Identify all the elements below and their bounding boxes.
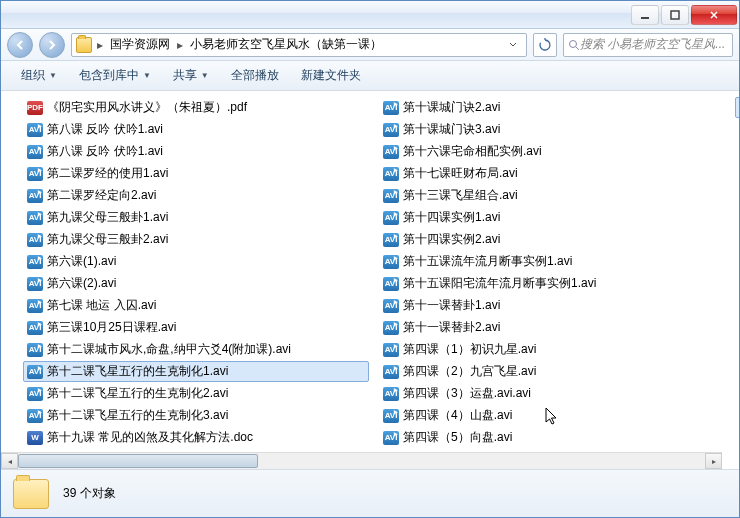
file-name: 第八课 反吟 伏吟1.avi xyxy=(47,121,163,138)
file-item[interactable]: AVI第三课10月25日课程.avi xyxy=(23,317,369,338)
file-item[interactable]: AVI第十二课城市风水,命盘,纳甲六爻4(附加课).avi xyxy=(23,339,369,360)
file-item[interactable]: AVI第八课 反吟 伏吟1.avi xyxy=(23,119,369,140)
chevron-down-icon: ▼ xyxy=(49,71,57,80)
file-item[interactable]: AVI第九课父母三般卦2.avi xyxy=(23,229,369,250)
avi-file-icon: AVI xyxy=(383,409,399,423)
file-list[interactable]: PDF《阴宅实用风水讲义》（朱祖夏）.pdfAVI第八课 反吟 伏吟1.aviA… xyxy=(1,91,739,479)
avi-file-icon: AVI xyxy=(27,321,43,335)
file-item[interactable]: AVI第十二课飞星五行的生克制化3.avi xyxy=(23,405,369,426)
file-name: 第四课（1）初识九星.avi xyxy=(403,341,536,358)
file-item[interactable]: AVI第十一课替卦1.avi xyxy=(379,295,725,316)
file-item[interactable]: AVI第十二课飞星五行的生克制化2.avi xyxy=(23,383,369,404)
maximize-button[interactable] xyxy=(661,5,689,25)
file-name: 第十九课 常见的凶煞及其化解方法.doc xyxy=(47,429,253,446)
avi-file-icon: AVI xyxy=(27,123,43,137)
play-all-button[interactable]: 全部播放 xyxy=(221,63,289,88)
file-name: 第四课（5）向盘.avi xyxy=(403,429,512,446)
file-name: 第十七课旺财布局.avi xyxy=(403,165,518,182)
file-item[interactable]: AVI第六课(2).avi xyxy=(23,273,369,294)
file-item[interactable]: PDF《阴宅实用风水讲义》（朱祖夏）.pdf xyxy=(23,97,369,118)
organize-button[interactable]: 组织▼ xyxy=(11,63,67,88)
address-bar[interactable]: ▸ 国学资源网 ▸ 小易老师玄空飞星风水（缺第一课） xyxy=(71,33,527,57)
file-item[interactable]: W第十九课 常见的凶煞及其化解方法.doc xyxy=(23,427,369,448)
horizontal-scrollbar[interactable]: ◂ ▸ xyxy=(1,452,722,469)
file-name: 第二课罗经定向2.avi xyxy=(47,187,156,204)
breadcrumb-segment[interactable]: 国学资源网 xyxy=(104,34,176,55)
address-dropdown[interactable] xyxy=(504,34,522,56)
avi-file-icon: AVI xyxy=(383,343,399,357)
scroll-right-button[interactable]: ▸ xyxy=(705,453,722,469)
file-item[interactable]: AVI第四课（2）九宫飞星.avi xyxy=(379,361,725,382)
file-name: 第十一课替卦1.avi xyxy=(403,297,500,314)
avi-file-icon: AVI xyxy=(383,211,399,225)
toolbar: 组织▼ 包含到库中▼ 共享▼ 全部播放 新建文件夹 xyxy=(1,61,739,91)
search-icon xyxy=(568,39,580,51)
doc-file-icon: W xyxy=(27,431,43,445)
search-input[interactable]: 搜索 小易老师玄空飞星风... xyxy=(563,33,733,57)
chevron-right-icon[interactable]: ▸ xyxy=(96,38,104,52)
file-item[interactable]: AVI第十一课替卦2.avi xyxy=(379,317,725,338)
avi-file-icon: AVI xyxy=(27,409,43,423)
file-name: 第十五课流年流月断事实例1.avi xyxy=(403,253,572,270)
file-item[interactable]: AVI第十二课飞星五行的生克制化1.avi xyxy=(23,361,369,382)
avi-file-icon: AVI xyxy=(27,189,43,203)
svg-rect-0 xyxy=(641,17,649,19)
svg-point-2 xyxy=(570,40,577,47)
file-item[interactable]: AVI第四课（5）向盘.avi xyxy=(379,427,725,448)
file-item[interactable]: AVI第四课（1）初识九星.avi xyxy=(379,339,725,360)
file-item[interactable]: AVI第六课(1).avi xyxy=(23,251,369,272)
file-item[interactable]: JPG三元罗盘.jpg xyxy=(735,141,739,162)
status-count: 39 个对象 xyxy=(63,485,116,502)
window-titlebar xyxy=(1,1,739,29)
file-item[interactable]: AVI第十四课实例2.avi xyxy=(379,229,725,250)
avi-file-icon: AVI xyxy=(383,431,399,445)
avi-file-icon: AVI xyxy=(383,189,399,203)
forward-button[interactable] xyxy=(39,32,65,58)
share-button[interactable]: 共享▼ xyxy=(163,63,219,88)
folder-icon xyxy=(76,37,92,53)
file-item[interactable]: AVI第十课城门诀2.avi xyxy=(379,97,725,118)
file-item[interactable]: AVI第七课 地运 入囚.avi xyxy=(23,295,369,316)
scrollbar-track[interactable] xyxy=(18,453,705,469)
file-item[interactable]: AVI第十三课飞星组合.avi xyxy=(379,185,725,206)
file-name: 第十课城门诀2.avi xyxy=(403,99,500,116)
scroll-left-button[interactable]: ◂ xyxy=(1,453,18,469)
chevron-right-icon[interactable]: ▸ xyxy=(176,38,184,52)
file-item[interactable]: AVI第四课（4）山盘.avi xyxy=(379,405,725,426)
file-item[interactable]: AVI第十四课实例1.avi xyxy=(379,207,725,228)
file-item[interactable]: AVI第二课罗经的使用1.avi xyxy=(23,163,369,184)
file-name: 第四课（2）九宫飞星.avi xyxy=(403,363,536,380)
file-item[interactable]: AVI第五课调理风水初步.avi xyxy=(735,119,739,140)
back-button[interactable] xyxy=(7,32,33,58)
breadcrumb-segment[interactable]: 小易老师玄空飞星风水（缺第一课） xyxy=(184,34,388,55)
file-item[interactable]: AVI第十七课旺财布局.avi xyxy=(379,163,725,184)
file-item[interactable]: AVI第九课父母三般卦1.avi xyxy=(23,207,369,228)
close-button[interactable] xyxy=(691,5,737,25)
file-name: 第十四课实例2.avi xyxy=(403,231,500,248)
file-item[interactable]: AVI第十五课阳宅流年流月断事实例1.avi xyxy=(379,273,725,294)
file-name: 第四课（3）运盘.avi.avi xyxy=(403,385,531,402)
avi-file-icon: AVI xyxy=(383,365,399,379)
file-item[interactable]: AVI第十课城门诀3.avi xyxy=(379,119,725,140)
avi-file-icon: AVI xyxy=(27,145,43,159)
avi-file-icon: AVI xyxy=(383,101,399,115)
avi-file-icon: AVI xyxy=(27,299,43,313)
avi-file-icon: AVI xyxy=(383,233,399,247)
include-library-button[interactable]: 包含到库中▼ xyxy=(69,63,161,88)
new-folder-button[interactable]: 新建文件夹 xyxy=(291,63,371,88)
file-name: 第十四课实例1.avi xyxy=(403,209,500,226)
search-placeholder: 搜索 小易老师玄空飞星风... xyxy=(580,36,728,53)
file-item[interactable]: AVI第八课 反吟 伏吟1.avi xyxy=(23,141,369,162)
file-item[interactable]: AVI第二课罗经定向2.avi xyxy=(23,185,369,206)
file-item[interactable]: AVI第十五课流年流月断事实例1.avi xyxy=(379,251,725,272)
scrollbar-thumb[interactable] xyxy=(18,454,258,468)
file-item[interactable]: PDF朱祖夏著《阳宅实用风水讲义》 xyxy=(735,163,739,184)
file-item[interactable]: AVI第十六课宅命相配实例.avi xyxy=(379,141,725,162)
refresh-button[interactable] xyxy=(533,33,557,57)
file-item[interactable]: AVI第四课（3）运盘.avi.avi xyxy=(379,383,725,404)
file-name: 第十二课城市风水,命盘,纳甲六爻4(附加课).avi xyxy=(47,341,291,358)
file-item[interactable]: AVI第四课排盘复习(7).avi xyxy=(735,97,739,118)
pdf-file-icon: PDF xyxy=(27,101,43,115)
minimize-button[interactable] xyxy=(631,5,659,25)
file-name: 第十二课飞星五行的生克制化1.avi xyxy=(47,363,228,380)
